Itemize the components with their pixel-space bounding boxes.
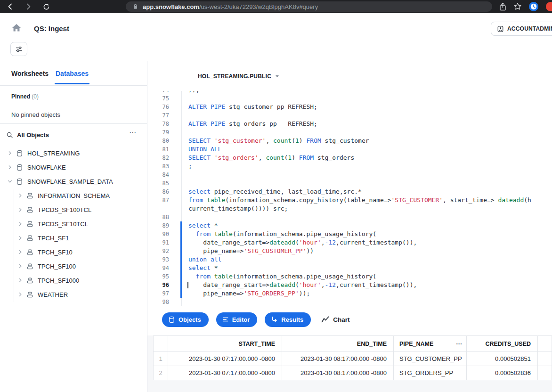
database-icon	[16, 178, 23, 185]
chevron-right-icon[interactable]	[17, 263, 24, 270]
chart-toggle[interactable]: Chart	[321, 316, 349, 323]
code-line-77[interactable]: 77	[147, 111, 552, 120]
tree-item-tpcds_sf100tcl[interactable]: TPCDS_SF100TCL	[0, 203, 147, 217]
table-row-1[interactable]: 12023-01-30 07:17:00.000 -08002023-01-30…	[154, 352, 552, 366]
code-line-88[interactable]: 88	[147, 213, 552, 221]
code-line-90[interactable]: 90 from table(information_schema.pipe_us…	[147, 230, 552, 238]
chevron-right-icon[interactable]	[17, 206, 24, 213]
filters-button[interactable]	[10, 42, 27, 56]
tree-item-tpch_sf100[interactable]: TPCH_SF100	[0, 259, 147, 273]
code-line-87[interactable]: 87from table(information_schema.copy_his…	[147, 196, 552, 204]
column-menu-icon[interactable]: ⋯	[456, 340, 463, 347]
line-number: 97	[147, 289, 169, 298]
code-line-78[interactable]: 78ALTER PIPE stg_orders_pp REFRESH;	[147, 120, 552, 128]
chevron-right-icon[interactable]	[17, 291, 24, 298]
tree-item-snowflake[interactable]: SNOWFLAKE	[0, 160, 147, 174]
profile-avatar[interactable]	[545, 1, 552, 12]
tree-item-weather[interactable]: WEATHER	[0, 287, 147, 302]
objects-menu-icon[interactable]: ⋯	[129, 128, 137, 137]
objects-button[interactable]: Objects	[162, 312, 209, 327]
code-line-97[interactable]: 97 pipe_name=>'STG_ORDERS_PP'));	[147, 289, 552, 298]
browser-forward-icon[interactable]	[24, 2, 33, 11]
code-line-83[interactable]: 83;	[147, 162, 552, 171]
chevron-right-icon[interactable]	[17, 235, 24, 241]
column-header-pipe_name[interactable]: PIPE_NAME⋯	[394, 336, 467, 352]
home-icon[interactable]	[11, 23, 22, 33]
cell-end_time[interactable]: 2023-01-30 08:17:00.000 -0800	[282, 366, 394, 380]
chevron-right-icon[interactable]	[17, 220, 24, 227]
code-line-95[interactable]: 95 from table(information_schema.pipe_us…	[147, 272, 552, 281]
chevron-right-icon[interactable]	[17, 249, 24, 255]
history-extension-icon[interactable]	[528, 1, 539, 12]
code-line-94[interactable]: 94select *	[147, 264, 552, 272]
database-context-selector[interactable]: HOL_STREAMING.PUBLIC	[198, 73, 279, 80]
tree-item-snowflake_sample_data[interactable]: SNOWFLAKE_SAMPLE_DATA	[0, 174, 147, 188]
worksheet-title-caret-icon[interactable]	[63, 29, 67, 32]
browser-back-icon[interactable]	[6, 2, 15, 11]
code-text: ALTER PIPE stg_customer_pp REFRESH;	[188, 103, 317, 111]
code-line-81[interactable]: 81UNION ALL	[147, 145, 552, 154]
column-header-end_time[interactable]: END_TIME	[282, 336, 394, 352]
tree-item-label: INFORMATION_SCHEMA	[38, 192, 110, 199]
cell-start_time[interactable]: 2023-01-30 07:17:00.000 -0800	[168, 352, 282, 366]
code-line-80[interactable]: 80SELECT 'stg_customer', count(1) FROM s…	[147, 137, 552, 145]
code-line-75[interactable]: 75	[147, 94, 552, 103]
code-line-91[interactable]: 91 date_range_start=>dateadd('hour',-12,…	[147, 238, 552, 247]
cell-pipe_name[interactable]: STG_ORDERS_PP	[394, 366, 467, 380]
tab-databases[interactable]: Databases	[56, 70, 89, 77]
line-number: 80	[147, 137, 169, 145]
column-header-credits_used[interactable]: CREDITS_USED	[467, 336, 538, 352]
code-line-93[interactable]: 93union all	[147, 255, 552, 264]
chevron-right-icon[interactable]	[17, 192, 24, 199]
code-line-96[interactable]: 96 date_range_start=>dateadd('hour',-12,…	[147, 281, 552, 289]
code-line-89[interactable]: 89select *	[147, 221, 552, 230]
cell-end_time[interactable]: 2023-01-30 08:17:00.000 -0800	[282, 352, 394, 366]
tree-item-tpch_sf1[interactable]: TPCH_SF1	[0, 231, 147, 245]
cell-pipe_name[interactable]: STG_CUSTOMER_PP	[394, 352, 467, 366]
editor-button[interactable]: Editor	[216, 312, 258, 327]
code-line-82[interactable]: 82SELECT 'stg_orders', count(1) FROM stg…	[147, 154, 552, 162]
browser-reload-icon[interactable]	[41, 2, 51, 11]
code-text: from table(information_schema.pipe_usage…	[188, 272, 376, 281]
column-header-start_time[interactable]: START_TIME	[168, 336, 282, 352]
object-search-row[interactable]: All Objects ⋯	[0, 128, 147, 141]
table-row-2[interactable]: 22023-01-30 07:17:00.000 -08002023-01-30…	[154, 366, 552, 380]
code-line-92[interactable]: 92 pipe_name=>'STG_CUSTOMER_PP'))	[147, 247, 552, 255]
code-line-wrap[interactable]: current_timestamp()))) src;	[147, 204, 552, 213]
tree-item-tpch_sf10[interactable]: TPCH_SF10	[0, 245, 147, 259]
url-domain: app.snowflake.com	[143, 3, 199, 10]
chevron-down-icon[interactable]	[7, 178, 13, 185]
schema-icon	[26, 220, 33, 228]
results-button[interactable]: Results	[265, 312, 311, 327]
cell-start_time[interactable]: 2023-01-30 07:17:00.000 -0800	[168, 366, 282, 380]
chevron-right-icon[interactable]	[7, 164, 13, 171]
tree-item-information_schema[interactable]: INFORMATION_SCHEMA	[0, 188, 147, 203]
role-selector-button[interactable]: ACCOUNTADMIN	[491, 22, 552, 36]
bookmark-star-icon[interactable]	[513, 2, 522, 11]
code-line-84[interactable]: 84	[147, 171, 552, 179]
tree-item-tpcds_sf10tcl[interactable]: TPCDS_SF10TCL	[0, 217, 147, 231]
line-number: 86	[147, 188, 169, 196]
code-text: date_range_start=>dateadd('hour',-12,cur…	[188, 281, 417, 289]
chevron-right-icon[interactable]	[7, 150, 13, 156]
browser-bar: app.snowflake.com/us-west-2/uka72293/w2q…	[0, 0, 552, 13]
share-icon[interactable]	[499, 2, 507, 11]
code-line-86[interactable]: 86select pipe_received_time, last_load_t…	[147, 188, 552, 196]
sql-editor[interactable]: 74));7576ALTER PIPE stg_customer_pp REFR…	[147, 91, 552, 306]
line-number: 94	[147, 264, 169, 272]
code-line-98[interactable]: 98	[147, 298, 552, 306]
code-line-79[interactable]: 79	[147, 128, 552, 137]
code-line-85[interactable]: 85	[147, 179, 552, 188]
table-header-row: START_TIMEEND_TIMEPIPE_NAME⋯CREDITS_USED	[154, 336, 552, 352]
tree-item-tpch_sf1000[interactable]: TPCH_SF1000	[0, 273, 147, 287]
tree-item-hol_streaming[interactable]: HOL_STREAMING	[0, 146, 147, 160]
code-text: select *	[188, 221, 218, 230]
cell-credits_used[interactable]: 0.000502851	[467, 352, 538, 366]
code-line-76[interactable]: 76ALTER PIPE stg_customer_pp REFRESH;	[147, 103, 552, 111]
cell-credits_used[interactable]: 0.000502836	[467, 366, 538, 380]
chevron-right-icon[interactable]	[17, 277, 24, 284]
address-bar[interactable]: app.snowflake.com/us-west-2/uka72293/w2q…	[126, 1, 492, 12]
tab-worksheets[interactable]: Worksheets	[11, 70, 49, 77]
cell-extra	[538, 352, 552, 366]
code-line-74[interactable]: 74));	[147, 91, 552, 94]
